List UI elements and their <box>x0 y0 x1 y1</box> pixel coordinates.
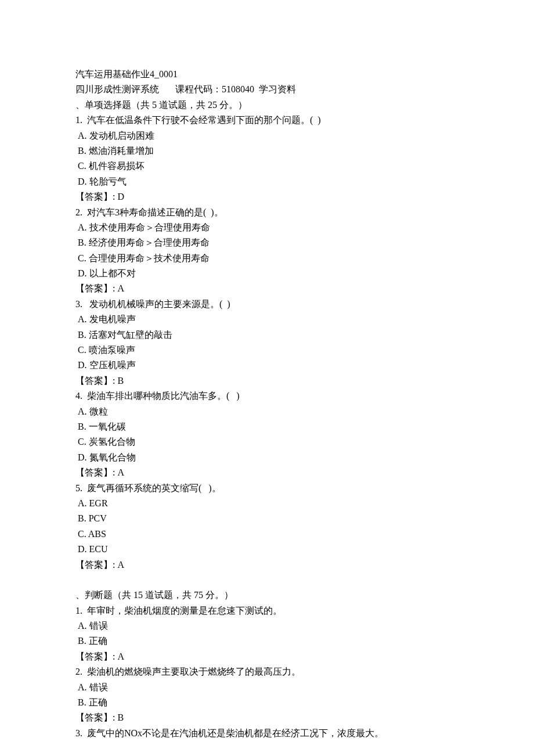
tf-q1-opt-a: A. 错误 <box>75 618 459 633</box>
q5-text: 废气再循环系统的英文缩写( )。 <box>82 483 221 493</box>
q5-answer: 【答案】: A <box>75 557 459 573</box>
tf-q3-num: 3. <box>75 728 82 738</box>
tf-q1-answer: 【答案】: A <box>75 649 459 664</box>
q4-num: 4. <box>75 391 82 401</box>
q4-answer: 【答案】: A <box>75 465 459 480</box>
tf-q1-num: 1. <box>75 606 82 615</box>
q2: 2. 对汽车3种寿命描述正确的是( )。 <box>75 205 459 220</box>
q1-opt-a: A. 发动机启动困难 <box>75 128 459 143</box>
q5: 5. 废气再循环系统的英文缩写( )。 <box>75 481 459 496</box>
doc-subtitle: 四川形成性测评系统 课程代码：5108040 学习资料 <box>75 82 459 97</box>
q5-opt-d: D. ECU <box>75 542 459 557</box>
tf-q1-opt-b: B. 正确 <box>75 633 459 649</box>
q1-opt-b: B. 燃油消耗量增加 <box>75 143 459 159</box>
doc-title: 汽车运用基础作业4_0001 <box>75 67 459 82</box>
tf-q3-text: 废气中的NOx不论是在汽油机还是柴油机都是在经济工况下，浓度最大。 <box>82 728 384 738</box>
q1-opt-c: C. 机件容易损坏 <box>75 159 459 174</box>
q3-opt-b: B. 活塞对气缸壁的敲击 <box>75 327 459 343</box>
q1-opt-d: D. 轮胎亏气 <box>75 174 459 189</box>
q4-opt-c: C. 炭氢化合物 <box>75 434 459 449</box>
q1-num: 1. <box>75 115 82 125</box>
q2-num: 2. <box>75 207 82 217</box>
blank-line <box>75 573 459 588</box>
q3-opt-c: C. 喷油泵噪声 <box>75 343 459 358</box>
q1-text: 汽车在低温条件下行驶不会经常遇到下面的那个问题。( ) <box>82 115 321 125</box>
q3-opt-a: A. 发电机噪声 <box>75 312 459 327</box>
q4-opt-a: A. 微粒 <box>75 404 459 419</box>
q2-opt-b: B. 经济使用寿命＞合理使用寿命 <box>75 235 459 250</box>
q1-answer: 【答案】: D <box>75 189 459 204</box>
tf-q2-num: 2. <box>75 667 82 676</box>
q4-opt-d: D. 氮氧化合物 <box>75 450 459 465</box>
q1: 1. 汽车在低温条件下行驶不会经常遇到下面的那个问题。( ) <box>75 113 459 128</box>
q5-opt-c: C. ABS <box>75 527 459 542</box>
q2-opt-a: A. 技术使用寿命＞合理使用寿命 <box>75 220 459 235</box>
q5-opt-b: B. PCV <box>75 511 459 526</box>
tf-q1: 1. 年审时，柴油机烟度的测量是在怠速下测试的。 <box>75 603 459 618</box>
tf-q3: 3. 废气中的NOx不论是在汽油机还是柴油机都是在经济工况下，浓度最大。 <box>75 726 459 741</box>
q2-answer: 【答案】: A <box>75 281 459 296</box>
tf-q2: 2. 柴油机的燃烧噪声主要取决于燃烧终了的最高压力。 <box>75 664 459 679</box>
q2-opt-c: C. 合理使用寿命＞技术使用寿命 <box>75 251 459 266</box>
q3-answer: 【答案】: B <box>75 373 459 388</box>
q3-text: 发动机机械噪声的主要来源是。( ) <box>82 299 230 309</box>
section2-heading: 、判断题（共 15 道试题，共 75 分。） <box>75 588 459 603</box>
q3: 3. 发动机机械噪声的主要来源是。( ) <box>75 297 459 312</box>
q4: 4. 柴油车排出哪种物质比汽油车多。( ) <box>75 388 459 404</box>
q4-opt-b: B. 一氧化碳 <box>75 419 459 434</box>
tf-q2-opt-a: A. 错误 <box>75 680 459 695</box>
tf-q2-opt-b: B. 正确 <box>75 695 459 710</box>
tf-q2-answer: 【答案】: B <box>75 710 459 725</box>
q5-opt-a: A. EGR <box>75 496 459 511</box>
q5-num: 5. <box>75 483 82 493</box>
tf-q2-text: 柴油机的燃烧噪声主要取决于燃烧终了的最高压力。 <box>82 667 301 676</box>
q4-text: 柴油车排出哪种物质比汽油车多。( ) <box>82 391 240 401</box>
tf-q1-text: 年审时，柴油机烟度的测量是在怠速下测试的。 <box>82 606 282 615</box>
q2-opt-d: D. 以上都不对 <box>75 266 459 281</box>
q2-text: 对汽车3种寿命描述正确的是( )。 <box>82 207 223 217</box>
section1-heading: 、单项选择题（共 5 道试题，共 25 分。） <box>75 98 459 113</box>
q3-opt-d: D. 空压机噪声 <box>75 358 459 373</box>
q3-num: 3. <box>75 299 82 309</box>
